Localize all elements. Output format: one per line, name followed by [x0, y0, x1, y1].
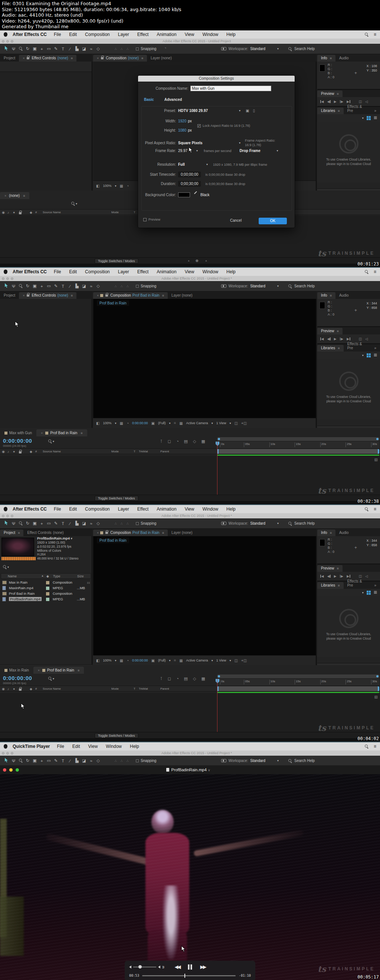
selection-tool-icon[interactable] — [3, 520, 10, 526]
solo-toggle-icon[interactable]: ● — [13, 687, 15, 691]
zoom-level[interactable]: 100% — [103, 184, 111, 188]
col-size[interactable]: Size — [77, 574, 84, 578]
video-toggle-icon[interactable]: ◉ — [2, 211, 5, 214]
col-t[interactable]: T — [134, 450, 136, 453]
selection-tool-icon[interactable] — [3, 283, 10, 289]
rotation-tool-icon[interactable]: ↻ — [24, 284, 31, 288]
roto-brush-tool-icon[interactable]: ≈ — [88, 47, 95, 51]
col-t[interactable]: T — [134, 687, 136, 690]
timeline-zoom-icon[interactable]: ▧ — [374, 695, 378, 699]
motion-blur-icon[interactable]: ◇ — [193, 439, 196, 444]
comp-name-input[interactable] — [190, 86, 271, 91]
tab-layer[interactable]: Layer (none) — [168, 292, 196, 299]
minimize-window-icon[interactable] — [6, 515, 9, 517]
col-t[interactable]: T — [134, 211, 136, 214]
zoom-window-icon[interactable] — [11, 277, 13, 280]
col-trkmat[interactable]: TrkMat — [139, 687, 148, 690]
delete-preset-icon[interactable]: ▯ — [253, 109, 255, 113]
timeline-zoom-icon[interactable]: ▧ — [374, 458, 378, 461]
pan-behind-tool-icon[interactable]: + — [38, 284, 45, 288]
project-row-selected[interactable]: ProfBadinRain.mp4 MPEG ...MB — [1, 597, 91, 602]
timeline-comp-tab[interactable]: Prof Bad in Rain — [37, 430, 87, 436]
label-column-icon[interactable]: ◆ — [30, 450, 32, 453]
audio-mute-icon[interactable]: ◁ — [365, 100, 368, 103]
type-tool-icon[interactable]: T — [59, 47, 66, 51]
tab-composition[interactable]: × CompositionProf Bad in Rain ≡ — [93, 530, 168, 536]
label-swatch[interactable] — [46, 598, 49, 601]
menu-item[interactable]: View — [181, 269, 198, 274]
zoom-tool-icon[interactable] — [17, 47, 24, 51]
selection-tool-icon[interactable] — [3, 46, 10, 51]
col-parent[interactable]: Parent — [160, 687, 169, 690]
search-help-icon[interactable] — [288, 522, 292, 525]
seek-playhead[interactable] — [184, 974, 185, 978]
close-tab-icon[interactable]: × — [97, 56, 99, 60]
menu-item[interactable]: File — [53, 744, 68, 749]
snapping-checkbox[interactable] — [136, 522, 139, 525]
graph-editor-icon[interactable]: ▦ — [201, 439, 205, 444]
workspace-caret-icon[interactable]: ▾ — [277, 47, 279, 51]
time-ruler[interactable]: 0s05s10s15s20s25s30s — [217, 442, 379, 448]
menu-item[interactable]: Help — [126, 744, 143, 749]
app-menu[interactable]: QuickTime Player — [13, 744, 50, 749]
tab-effect-controls[interactable]: Effect Controls(none) — [23, 530, 67, 536]
menu-item[interactable]: Edit — [65, 269, 81, 274]
close-window-icon[interactable] — [2, 277, 5, 280]
prev-frame-button[interactable]: ◀ — [327, 100, 330, 103]
width-value[interactable]: 1920 — [178, 119, 186, 123]
type-tool-icon[interactable]: T — [59, 759, 66, 763]
pen-tool-icon[interactable]: ✎ — [52, 521, 59, 526]
flowchart-icon[interactable]: ⚏ — [87, 580, 90, 584]
more-tabs-icon[interactable]: » — [370, 345, 380, 352]
zoom-caret-icon[interactable]: ▾ — [115, 184, 116, 188]
framerate-value[interactable]: 29.97 — [178, 149, 187, 153]
tab-libraries[interactable]: Libraries≡ — [317, 345, 343, 352]
volume-knob[interactable] — [139, 965, 142, 969]
search-help-label[interactable]: Search Help — [294, 47, 315, 51]
comp-resolution[interactable]: (Full) — [158, 421, 166, 425]
resize-handle-icon[interactable]: ▲ — [205, 259, 208, 262]
mask-toggle-icon[interactable]: ◔ — [126, 659, 129, 663]
screen-mode-icon[interactable]: ◫ — [359, 100, 362, 103]
menu-item[interactable]: Help — [222, 269, 240, 274]
pen-tool-icon[interactable]: ✎ — [52, 284, 59, 288]
menu-item[interactable]: Window — [102, 744, 126, 749]
menu-item[interactable]: Edit — [65, 506, 81, 512]
brush-tool-icon[interactable]: ∕ — [66, 521, 73, 526]
view-axis-icon[interactable]: ∴ — [125, 285, 131, 288]
grid-view-icon[interactable] — [367, 591, 371, 595]
eraser-tool-icon[interactable]: ◪ — [80, 284, 88, 288]
menu-item[interactable]: Animation — [153, 32, 180, 37]
minimize-window-icon[interactable] — [6, 277, 9, 280]
tab-preview[interactable]: Preview≡ — [317, 565, 343, 572]
menu-item[interactable]: Help — [222, 506, 240, 512]
camera-tool-icon[interactable]: ▣ — [31, 284, 38, 288]
play-button[interactable]: ▶ — [334, 337, 337, 341]
close-window-icon[interactable] — [2, 515, 5, 517]
tab-preview[interactable]: Preview≡ — [317, 91, 343, 97]
label-column-icon[interactable]: ◆ — [30, 687, 32, 691]
tab-layer[interactable]: Layer (none) — [168, 530, 196, 536]
world-axis-icon[interactable]: ∴ — [119, 759, 125, 763]
resize-handle-icon[interactable]: ▲ — [187, 259, 190, 262]
tab-composition[interactable]: × Composition(none) ≡ — [93, 55, 147, 62]
timeline-comp-tab[interactable]: Max with Gun — [0, 430, 37, 436]
duration-value[interactable]: 0;00;30;00 — [178, 181, 201, 186]
lock-aspect-checkbox[interactable]: ✓ — [197, 124, 201, 127]
tab-info[interactable]: Info≡ — [317, 55, 335, 62]
close-window-icon[interactable] — [2, 40, 5, 43]
zoom-tool-icon[interactable] — [17, 284, 24, 288]
zoom-window-icon[interactable] — [16, 768, 19, 772]
next-frame-button[interactable]: ▶ — [340, 574, 343, 578]
local-axis-icon[interactable]: ∴ — [113, 522, 119, 525]
tab-advanced[interactable]: Advanced — [164, 97, 182, 102]
menu-extras-icon[interactable]: ≡ — [374, 32, 376, 37]
audio-mute-icon[interactable]: ◁ — [365, 337, 368, 341]
tab-audio[interactable]: Audio — [335, 55, 353, 62]
world-axis-icon[interactable]: ∴ — [119, 285, 125, 288]
view-axis-icon[interactable]: ∴ — [125, 47, 131, 51]
last-frame-button[interactable]: ▶ — [346, 574, 350, 578]
camera-tool-icon[interactable]: ▣ — [31, 46, 38, 51]
preset-select[interactable]: HDTV 1080 29.97 ▾ — [178, 109, 241, 113]
pen-tool-icon[interactable]: ✎ — [52, 758, 59, 763]
